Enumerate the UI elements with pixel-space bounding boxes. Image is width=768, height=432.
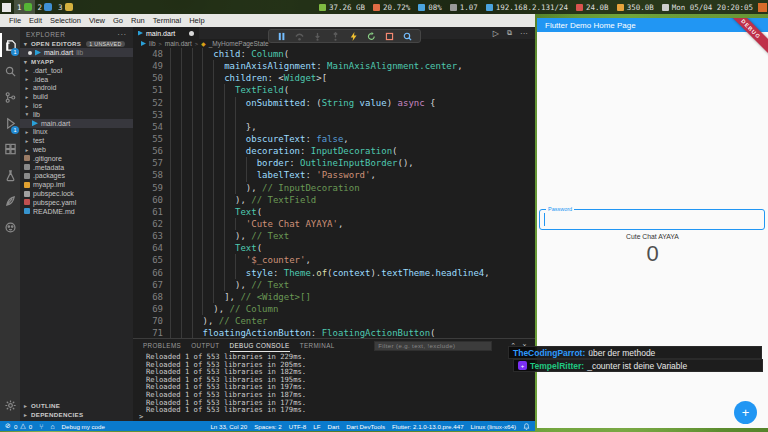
badge: 1 [11,126,19,134]
tray-icon[interactable] [758,3,767,12]
outline-label: OUTLINE [31,402,60,409]
console-prompt[interactable]: > [133,414,535,421]
status-item[interactable]: Flutter: 2.1.0-13.0.pre.447 [392,423,464,430]
gpu-icon [418,4,425,11]
errors-icon[interactable]: ⊘ [5,422,11,430]
step-over-button[interactable] [295,32,304,41]
tree-item-.idea[interactable]: ▸.idea [20,75,133,84]
warnings-icon[interactable]: △ [20,422,25,430]
panel-tab-problems[interactable]: PROBLEMS [143,340,181,352]
tree-item-linux[interactable]: ▸linux [20,128,133,137]
tree-item-ios[interactable]: ▸ios [20,101,133,110]
breadcrumb-symbol[interactable]: _MyHomePageState [209,40,269,47]
panel-tab-terminal[interactable]: TERMINAL [300,340,335,352]
stat-memory: 37.26 GB [319,3,365,12]
fork-icon[interactable]: ⑂ [39,423,43,430]
tree-item-web[interactable]: ▸web [20,145,133,154]
status-item[interactable]: Dart DevTools [346,423,385,430]
open-editors-header[interactable]: ▾ OPEN EDITORS 1 UNSAVED [20,39,133,48]
code-line: 51TextField( [133,84,535,96]
stop-button[interactable] [385,32,394,41]
explorer-more-icon[interactable]: ··· [118,31,128,38]
tree-item-.dart_tool[interactable]: ▸.dart_tool [20,66,133,75]
menu-help[interactable]: Help [185,16,208,25]
activity-extensions[interactable] [0,137,20,161]
tree-item-build[interactable]: ▸build [20,92,133,101]
panel-tab-output[interactable]: OUTPUT [191,340,219,352]
tree-item-myapp.iml[interactable]: myapp.iml [20,180,133,189]
file-tree: ▸.dart_tool▸.idea▸android▸build▸ios▾libm… [20,66,133,216]
bell-icon[interactable] [523,423,530,430]
activity-flutter-feather[interactable] [0,189,20,213]
filter-input[interactable]: Filter (e.g. text, !exclude) [374,341,492,351]
line-number: 67 [133,279,163,291]
tab-main-dart[interactable]: main.dart [133,27,199,39]
stat-upload: 350.0B [617,3,654,12]
tree-item-.metadata[interactable]: .metadata [20,163,133,172]
menu-selection[interactable]: Selection [46,16,85,25]
code-editor[interactable]: 48child: Column(49mainAxisAlignment: Mai… [133,48,535,338]
menu-edit[interactable]: Edit [25,16,46,25]
project-header[interactable]: ▾ MYAPP [20,57,133,66]
menu-go[interactable]: Go [109,16,127,25]
activity-owl-extension[interactable] [0,215,20,239]
floating-action-button[interactable]: + [734,401,757,424]
workspace-2[interactable]: 2 [35,0,56,14]
activity-settings[interactable] [0,393,20,417]
workspace-3[interactable]: 3 [55,0,76,14]
step-into-button[interactable] [313,32,322,41]
activity-run-debug[interactable]: 1 [0,111,20,135]
tree-item-pubspec.lock[interactable]: pubspec.lock [20,189,133,198]
widget-inspector-button[interactable] [403,32,412,41]
debug-console-output[interactable]: Reloaded 1 of 553 libraries in 229ms.Rel… [133,352,535,414]
split-editor-button[interactable]: ⧉ [507,29,512,37]
iml-file-icon [24,182,30,188]
hot-reload-button[interactable] [349,32,358,41]
status-item[interactable]: LF [313,423,320,430]
status-item[interactable]: Spaces: 2 [254,423,282,430]
pause-button[interactable] [277,32,286,41]
warning-count: 0 [29,423,32,430]
tree-item-.packages[interactable]: .packages [20,172,133,181]
activity-source-control[interactable] [0,85,20,109]
status-item[interactable]: Dart [327,423,339,430]
debug-task-label[interactable]: Debug my code [62,423,105,430]
menu-run[interactable]: Run [127,16,149,25]
panel-tab-debug-console[interactable]: DEBUG CONSOLE [230,340,290,352]
password-field-label: Password [546,206,574,212]
status-item[interactable]: UTF-8 [289,423,307,430]
code-line: 56decoration: InputDecoration( [133,145,535,157]
tree-item-main.dart[interactable]: main.dart [20,119,133,128]
workspace-icon [65,3,73,11]
tree-item-.gitignore[interactable]: .gitignore [20,154,133,163]
run-button[interactable]: ▷ [493,29,499,38]
activity-explorer[interactable]: 1 [0,33,20,57]
breadcrumb-lib[interactable]: lib [149,40,156,47]
activity-test-flask[interactable] [0,163,20,187]
tree-item-android[interactable]: ▸android [20,84,133,93]
editor-more-button[interactable]: ··· [520,29,528,38]
meta-file-icon [24,173,30,179]
activity-search[interactable] [0,59,20,83]
step-out-button[interactable] [331,32,340,41]
restart-button[interactable] [367,32,376,41]
workspace-1[interactable]: 1 [14,0,35,14]
status-item[interactable]: Linux (linux-x64) [471,423,516,430]
menu-terminal[interactable]: Terminal [149,16,185,25]
code-line: 69), // Column [133,303,535,315]
status-item[interactable]: Ln 33, Col 20 [210,423,247,430]
home-icon[interactable]: ⌂ [50,423,54,430]
line-number: 58 [133,169,163,181]
launcher-icon[interactable] [2,3,11,12]
tree-item-pubspec.yaml[interactable]: pubspec.yaml [20,198,133,207]
menu-view[interactable]: View [85,16,109,25]
open-editor-item[interactable]: main.dart lib [20,48,133,57]
password-field[interactable]: Password [539,209,765,230]
menu-file[interactable]: File [5,16,25,25]
dependencies-section[interactable]: ▸ DEPENDENCIES [20,410,133,419]
outline-section[interactable]: ▸ OUTLINE [20,401,133,410]
breadcrumb-file[interactable]: main.dart [165,40,192,47]
tree-item-lib[interactable]: ▾lib [20,110,133,119]
tree-item-README.md[interactable]: README.md [20,207,133,216]
tree-item-test[interactable]: ▸test [20,136,133,145]
